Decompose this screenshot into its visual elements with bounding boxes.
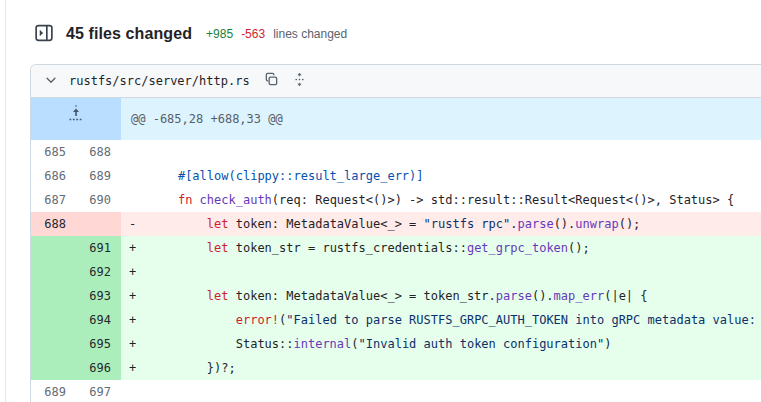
code-token: token: MetadataValue<_> = xyxy=(228,217,423,231)
file-tree-toggle-button[interactable] xyxy=(30,21,58,47)
line-content xyxy=(121,380,761,402)
code-token: (); xyxy=(619,217,641,231)
line-content: + Status::internal("Invalid auth token c… xyxy=(121,332,761,356)
diff-marker xyxy=(129,380,149,402)
diff-marker: + xyxy=(129,236,149,260)
chevron-down-icon xyxy=(44,73,58,90)
code-token: let xyxy=(207,217,229,231)
code-line: #[allow(clippy::result_large_err)] xyxy=(149,164,424,188)
code-token xyxy=(149,217,207,231)
page-left-divider xyxy=(5,0,6,402)
line-content: + let token_str = rustfs_credentials::ge… xyxy=(121,236,761,260)
old-line-number[interactable]: 687 xyxy=(31,188,76,212)
line-content: - let token: MetadataValue<_> = "rustfs … xyxy=(121,212,761,236)
code-token: "Invalid auth token configuration" xyxy=(359,337,605,351)
code-token: })?; xyxy=(149,361,236,375)
new-line-number[interactable] xyxy=(76,212,121,236)
old-line-number[interactable]: 686 xyxy=(31,164,76,188)
code-token xyxy=(149,289,207,303)
new-line-number[interactable]: 689 xyxy=(76,164,121,188)
diff-row: 687690 fn check_auth(req: Request<()>) -… xyxy=(31,188,761,212)
diff-row: 688- let token: MetadataValue<_> = "rust… xyxy=(31,212,761,236)
diff-row: 689697 xyxy=(31,380,761,402)
sidebar-panel-icon xyxy=(35,24,53,45)
code-token: (). xyxy=(532,289,554,303)
code-token: let xyxy=(207,289,229,303)
diff-marker xyxy=(129,188,149,212)
code-token: . xyxy=(510,217,517,231)
code-token: map_err xyxy=(554,289,605,303)
old-line-number[interactable] xyxy=(31,332,76,356)
old-line-number[interactable] xyxy=(31,284,76,308)
code-token xyxy=(149,169,178,183)
new-line-number[interactable]: 695 xyxy=(76,332,121,356)
line-content: + let token: MetadataValue<_> = token_st… xyxy=(121,284,761,308)
new-line-number[interactable]: 693 xyxy=(76,284,121,308)
new-line-number[interactable]: 692 xyxy=(76,260,121,284)
new-line-number[interactable]: 691 xyxy=(76,236,121,260)
diff-marker: + xyxy=(129,356,149,380)
file-path[interactable]: rustfs/src/server/http.rs xyxy=(69,74,250,88)
files-changed-title: 45 files changed xyxy=(66,25,192,43)
new-line-number[interactable]: 690 xyxy=(76,188,121,212)
code-token: parse xyxy=(496,289,532,303)
diff-marker: + xyxy=(129,284,149,308)
diff-row: 686689 #[allow(clippy::result_large_err)… xyxy=(31,164,761,188)
diff-page: 45 files changed +985 -563 lines changed… xyxy=(0,0,761,402)
code-token: token_str = rustfs_credentials:: xyxy=(228,241,466,255)
old-line-number[interactable] xyxy=(31,356,76,380)
code-token: Status:: xyxy=(236,337,294,351)
line-content xyxy=(121,140,761,164)
copy-path-button[interactable] xyxy=(260,69,284,93)
old-line-number[interactable]: 689 xyxy=(31,380,76,402)
code-token: let xyxy=(207,241,229,255)
code-token: ) xyxy=(604,337,611,351)
diff-rows: 685688686689 #[allow(clippy::result_larg… xyxy=(31,140,761,402)
diff-row: 691+ let token_str = rustfs_credentials:… xyxy=(31,236,761,260)
diff-marker: + xyxy=(129,332,149,356)
expand-hunk-button[interactable] xyxy=(31,98,121,140)
code-token: token: MetadataValue<_> = token_str. xyxy=(228,289,495,303)
lines-changed-label: lines changed xyxy=(273,27,347,41)
fold-up-icon xyxy=(68,98,84,140)
diff-marker: - xyxy=(129,212,149,236)
diff-row: 692+ xyxy=(31,260,761,284)
old-line-number[interactable]: 685 xyxy=(31,140,76,164)
old-line-number[interactable] xyxy=(31,260,76,284)
new-line-number[interactable]: 694 xyxy=(76,308,121,332)
diff-row: 696+ })?; xyxy=(31,356,761,380)
line-content: #[allow(clippy::result_large_err)] xyxy=(121,164,761,188)
code-token xyxy=(192,193,199,207)
code-token: (). xyxy=(554,217,576,231)
old-line-number[interactable] xyxy=(31,236,76,260)
code-line: error!("Failed to parse RUSTFS_GRPC_AUTH… xyxy=(149,308,761,332)
new-line-number[interactable]: 697 xyxy=(76,380,121,402)
line-content: + })?; xyxy=(121,356,761,380)
code-token xyxy=(149,337,236,351)
old-line-number[interactable] xyxy=(31,308,76,332)
code-token: check_auth xyxy=(200,193,272,207)
code-token: (req: Request<()>) -> std::result::Resul… xyxy=(272,193,734,207)
code-line: })?; xyxy=(149,356,236,380)
line-content: + error!("Failed to parse RUSTFS_GRPC_AU… xyxy=(121,308,761,332)
diff-summary-bar: 45 files changed +985 -563 lines changed xyxy=(30,20,761,48)
code-token: error! xyxy=(236,313,279,327)
diff-row: 693+ let token: MetadataValue<_> = token… xyxy=(31,284,761,308)
code-token xyxy=(149,313,236,327)
code-token: (|e| { xyxy=(604,289,647,303)
code-line: fn check_auth(req: Request<()>) -> std::… xyxy=(149,188,734,212)
expand-diff-button[interactable] xyxy=(288,69,312,93)
code-token: fn xyxy=(178,193,192,207)
code-token: (); xyxy=(568,241,590,255)
line-content: fn check_auth(req: Request<()>) -> std::… xyxy=(121,188,761,212)
new-line-number[interactable]: 696 xyxy=(76,356,121,380)
collapse-file-button[interactable] xyxy=(39,69,63,93)
code-token: parse xyxy=(518,217,554,231)
code-token: get_grpc_token xyxy=(467,241,568,255)
old-line-number[interactable]: 688 xyxy=(31,212,76,236)
code-token: #[allow(clippy::result_large_err)] xyxy=(178,169,424,183)
diff-row: 695+ Status::internal("Invalid auth toke… xyxy=(31,332,761,356)
diff-marker: + xyxy=(129,308,149,332)
new-line-number[interactable]: 688 xyxy=(76,140,121,164)
additions-count: +985 xyxy=(206,27,233,41)
